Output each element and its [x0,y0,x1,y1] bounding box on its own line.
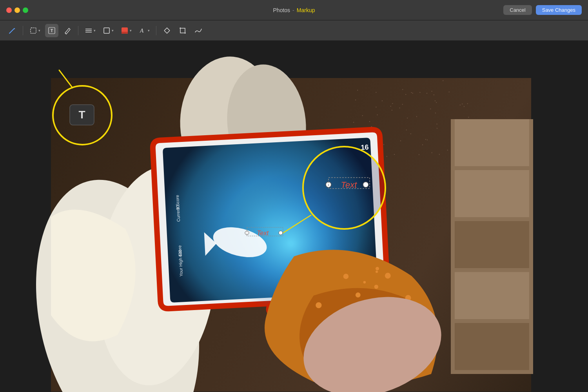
titlebar: Photos - Markup Cancel Save Changes [0,0,588,20]
svg-rect-10 [122,32,128,34]
titlebar-title: Photos - Markup [273,7,315,13]
chevron-down-icon-3: ▾ [112,29,114,33]
markup-toolbar: ▾ T ▾ ▾ ▾ [0,20,588,41]
svg-line-0 [9,29,14,33]
minimize-button[interactable] [15,7,20,13]
marker-tool-button[interactable] [61,24,74,37]
toolbar-separator-3 [156,26,156,35]
shapes-tool-dropdown[interactable]: ▾ [100,24,116,37]
save-changes-button[interactable]: Save Changes [536,5,582,15]
app-name: Photos [273,7,290,13]
pen-tool-button[interactable] [5,24,19,37]
chevron-down-icon-5: ▾ [148,29,150,33]
selection-tool-dropdown[interactable]: ▾ [27,24,43,37]
svg-rect-12 [180,28,185,33]
maximize-button[interactable] [23,7,28,13]
svg-rect-1 [31,28,36,33]
chevron-down-icon: ▾ [38,29,40,33]
cancel-button[interactable]: Cancel [503,5,532,15]
svg-rect-8 [104,28,109,33]
toolbar-separator-1 [23,26,23,35]
image-canvas-area[interactable]: Text Text T [0,41,588,392]
signature-tool-button[interactable] [192,24,205,37]
titlebar-left [6,7,31,13]
text-tool-button[interactable]: T [45,24,58,37]
close-button[interactable] [6,7,12,13]
crop-tool-button[interactable] [176,24,189,37]
chevron-down-icon-2: ▾ [94,29,96,33]
chevron-down-icon-4: ▾ [130,29,132,33]
title-separator: - [292,7,294,13]
traffic-lights [6,7,28,13]
svg-text:T: T [51,28,53,33]
flip-tool-button[interactable] [160,24,174,37]
titlebar-actions: Cancel Save Changes [503,5,582,15]
svg-text:A: A [140,27,144,34]
font-tool-dropdown[interactable]: A ▾ [136,24,152,37]
toolbar-separator-2 [78,26,78,35]
photo-canvas [0,41,588,392]
lines-tool-dropdown[interactable]: ▾ [82,24,98,37]
mode-name: Markup [297,7,315,13]
color-tool-dropdown[interactable]: ▾ [118,24,134,37]
svg-line-4 [65,33,66,34]
